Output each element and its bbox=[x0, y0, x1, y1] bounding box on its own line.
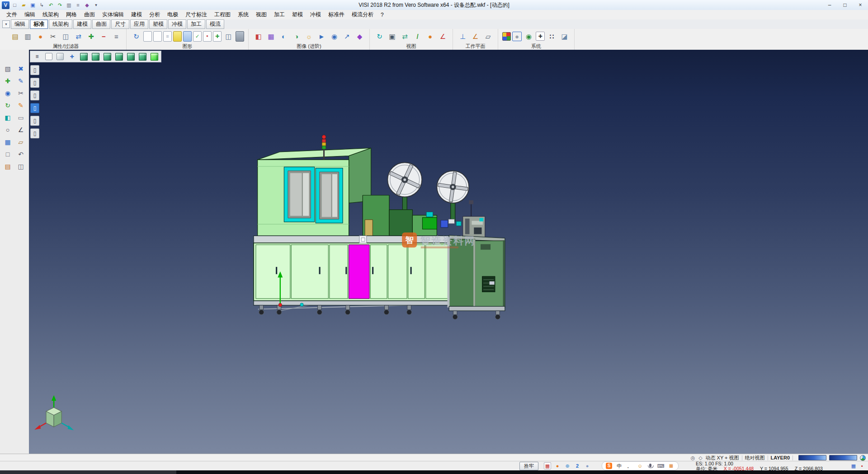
tab-mould[interactable]: 塑模 bbox=[149, 19, 167, 29]
zoom-entities-icon[interactable]: ◉ bbox=[2, 88, 13, 99]
view-board-icon-2[interactable] bbox=[153, 31, 162, 42]
rotate-entity-icon[interactable]: ↻ bbox=[2, 100, 13, 111]
tab-standard[interactable]: 标准 bbox=[30, 19, 48, 29]
view-add-icon[interactable]: ✚ bbox=[213, 31, 222, 42]
maximize-button[interactable]: □ bbox=[837, 0, 853, 10]
menu-flow-analysis[interactable]: 模流分析 bbox=[348, 10, 377, 19]
tab-application[interactable]: 应用 bbox=[130, 19, 148, 29]
zoom-window-icon[interactable]: ▣ bbox=[387, 31, 398, 42]
quick-access-caret[interactable]: ▾ bbox=[92, 1, 100, 9]
menu-solid-edit[interactable]: 实体编辑 bbox=[99, 10, 127, 19]
view-axes-icon[interactable]: ∠ bbox=[437, 31, 448, 42]
edit-curve-icon[interactable]: ✎ bbox=[15, 100, 26, 111]
view-cube-iso-icon[interactable] bbox=[80, 53, 88, 61]
browser-icon[interactable]: ● bbox=[554, 462, 561, 469]
clipboard-icon[interactable]: ◫ bbox=[15, 161, 26, 172]
view-select-icon[interactable]: ✚ bbox=[68, 52, 76, 61]
view-mode-indicator[interactable]: ◎ ◇ 动态 XY + 视图 bbox=[690, 455, 739, 461]
zoom-extents-icon[interactable]: ⇄ bbox=[399, 31, 410, 42]
redraw-icon[interactable]: ↻ bbox=[131, 31, 142, 42]
shade-entity-icon[interactable]: ◧ bbox=[2, 112, 13, 123]
layer-highlight-icon[interactable] bbox=[173, 31, 182, 42]
minimize-button[interactable]: – bbox=[822, 0, 837, 10]
render-status-icon[interactable] bbox=[860, 455, 866, 461]
reel-right[interactable] bbox=[436, 170, 470, 204]
select-region-icon[interactable]: ▧ bbox=[2, 63, 13, 74]
circle-entity-icon[interactable]: ○ bbox=[2, 124, 13, 135]
pan-image-icon[interactable]: ↗ bbox=[341, 31, 353, 42]
menu-die[interactable]: 冲模 bbox=[307, 10, 325, 19]
tab-surface[interactable]: 曲面 bbox=[92, 19, 110, 29]
panel-toggle-1[interactable]: ▯ bbox=[30, 65, 39, 75]
tab-flow[interactable]: 模流 bbox=[206, 19, 224, 29]
properties-board-icon[interactable]: ▤ bbox=[9, 31, 21, 42]
trim-icon[interactable]: ✂ bbox=[15, 88, 26, 99]
mini-alarm-icon[interactable]: ▪ bbox=[859, 463, 865, 469]
absolute-view-label[interactable]: 绝对视图 bbox=[745, 455, 765, 461]
tab-dimension[interactable]: 尺寸 bbox=[111, 19, 129, 29]
menu-edit[interactable]: 编辑 bbox=[21, 10, 39, 19]
print-icon[interactable]: ▥ bbox=[65, 1, 73, 9]
plane-view-icon[interactable] bbox=[45, 53, 52, 60]
world-icon[interactable]: ◉ bbox=[523, 31, 534, 42]
view-overlay-icon[interactable] bbox=[236, 31, 244, 42]
panel-toggle-2[interactable]: ▯ bbox=[30, 78, 39, 88]
tab-edit[interactable]: 编辑 bbox=[11, 19, 29, 29]
ime-punct-indicator[interactable]: 。 bbox=[626, 463, 633, 469]
menu-file[interactable]: 文件 bbox=[3, 10, 21, 19]
cut-properties-icon[interactable]: ✂ bbox=[47, 31, 59, 42]
reel-left[interactable] bbox=[383, 158, 426, 201]
undo-curve-icon[interactable]: ↶ bbox=[15, 149, 26, 160]
layer-blue-icon[interactable] bbox=[183, 31, 192, 42]
view-cube-front-icon[interactable] bbox=[92, 53, 99, 61]
new-document-icon[interactable]: □ bbox=[11, 1, 19, 9]
edit-entity-icon[interactable]: ✎ bbox=[15, 76, 26, 86]
services-icon[interactable]: ⊕ bbox=[564, 462, 571, 469]
sheet-body-icon[interactable]: ▭ bbox=[15, 112, 26, 123]
tab-die[interactable]: 冲模 bbox=[168, 19, 186, 29]
menu-electrode[interactable]: 电极 bbox=[164, 10, 182, 19]
textured-view-icon[interactable]: ◑ bbox=[291, 31, 302, 42]
ime-bar[interactable]: S 中 。 ☺ ⌨ ▦ bbox=[602, 461, 679, 470]
mini-workplane-icon[interactable]: ▦ bbox=[850, 463, 857, 469]
workplane-angle-icon[interactable]: ∠ bbox=[470, 31, 481, 42]
snap-grid-icon[interactable]: ▦ bbox=[544, 462, 551, 469]
menu-analysis[interactable]: 分析 bbox=[146, 10, 164, 19]
undo-icon[interactable]: ↶ bbox=[47, 1, 55, 9]
view-cube-top-icon[interactable] bbox=[104, 53, 111, 61]
save-icon[interactable]: ▣ bbox=[29, 1, 37, 9]
ime-mic-icon[interactable] bbox=[647, 463, 654, 469]
selection-marker[interactable] bbox=[359, 236, 367, 243]
material-gem-icon[interactable]: ◆ bbox=[354, 31, 365, 42]
view-mode-icon[interactable]: ◎ bbox=[690, 455, 696, 461]
add-filter-icon[interactable]: ✚ bbox=[85, 31, 97, 42]
ime-lang-indicator[interactable]: 中 bbox=[616, 463, 623, 469]
zoom-image-icon[interactable]: ◉ bbox=[329, 31, 340, 42]
import-icon[interactable]: ↳ bbox=[38, 1, 46, 9]
view-cube-rear-icon[interactable] bbox=[139, 53, 146, 61]
view-list-icon[interactable]: ≡ bbox=[33, 52, 41, 61]
menu-mesh[interactable]: 网格 bbox=[62, 10, 80, 19]
redo-icon[interactable]: ↷ bbox=[56, 1, 64, 9]
view-copy-icon[interactable]: ◫ bbox=[223, 31, 234, 42]
model-svg[interactable]: 智 智造资料网 bbox=[29, 50, 868, 454]
layer-color-bar-2[interactable] bbox=[829, 455, 857, 460]
app-logo[interactable]: V bbox=[2, 1, 9, 9]
view-cube-left-icon[interactable] bbox=[115, 53, 123, 61]
menu-surface[interactable]: 曲面 bbox=[80, 10, 99, 19]
viewport-canvas[interactable]: 智 智造资料网 bbox=[29, 50, 868, 454]
panel-toggle-5[interactable]: ▯ bbox=[30, 116, 39, 126]
menu-mould[interactable]: 塑模 bbox=[288, 10, 307, 19]
menu-help[interactable]: ? bbox=[377, 11, 387, 19]
color-palette-icon[interactable] bbox=[502, 32, 511, 41]
layer-indicator[interactable]: LAYER0 bbox=[771, 455, 790, 460]
tab-list-caret[interactable]: ▾ bbox=[2, 20, 10, 28]
shaded-view-icon[interactable]: ◐ bbox=[278, 31, 289, 42]
view-cube-right-icon[interactable] bbox=[127, 53, 135, 61]
layer-colors-icon[interactable]: ▤ bbox=[2, 161, 13, 172]
view-check-icon[interactable]: ✓ bbox=[193, 31, 202, 42]
menu-standard-parts[interactable]: 标准件 bbox=[325, 10, 348, 19]
lock-button[interactable]: 拴牢 bbox=[519, 462, 538, 470]
ime-toolbox-icon[interactable]: ▦ bbox=[668, 463, 675, 469]
panel-toggle-6[interactable]: ▯ bbox=[30, 128, 39, 138]
